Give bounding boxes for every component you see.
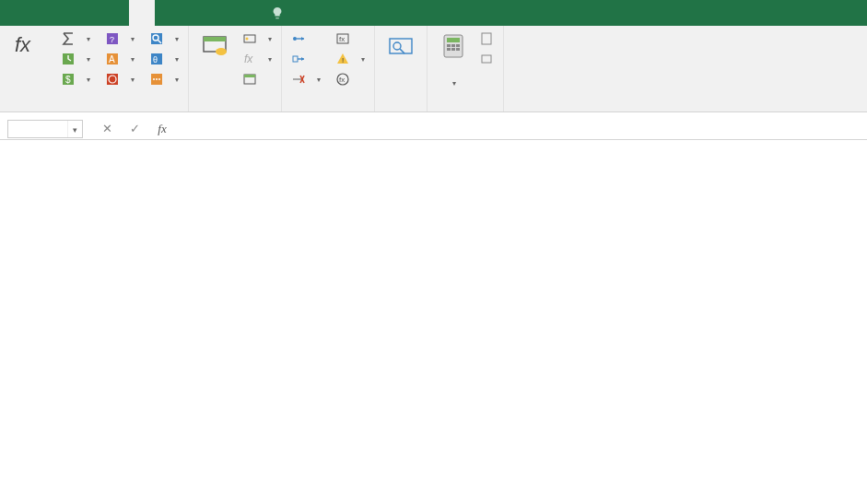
dropdown-arrow-icon: ▾: [317, 76, 321, 84]
svg-rect-20: [204, 37, 226, 41]
fx-icon: fx: [11, 31, 41, 61]
calc-now-button[interactable]: [475, 29, 498, 48]
svg-rect-26: [244, 75, 255, 77]
tab-layout[interactable]: [103, 0, 129, 26]
dropdown-arrow-icon: ▾: [268, 35, 272, 43]
lookup-icon: [149, 31, 164, 46]
evaluate-formula-button[interactable]: fx: [332, 70, 369, 88]
name-box-dropdown[interactable]: ▾: [67, 121, 82, 137]
more-icon: [149, 72, 164, 87]
text-button[interactable]: A ▾: [101, 50, 138, 68]
calc-sheet-icon: [479, 52, 494, 66]
remove-arrows-icon: [291, 72, 306, 87]
tab-formulas[interactable]: [129, 0, 155, 26]
svg-point-23: [246, 38, 249, 41]
ribbon-tabs: [0, 0, 867, 26]
trace-precedents-button[interactable]: [287, 29, 324, 48]
svg-rect-54: [482, 55, 491, 63]
dropdown-arrow-icon: ▾: [131, 76, 135, 84]
mathtrig-icon: θ: [149, 52, 164, 66]
watch-window-button[interactable]: [381, 28, 421, 64]
svg-text:θ: θ: [153, 55, 158, 64]
svg-point-17: [156, 78, 158, 80]
svg-rect-52: [456, 48, 460, 51]
svg-text:fx: fx: [339, 76, 345, 84]
use-in-formula-button[interactable]: fx ▾: [239, 50, 275, 68]
define-name-button[interactable]: ▾: [239, 29, 275, 48]
more-functions-button[interactable]: ▾: [146, 70, 182, 88]
insert-function-button[interactable]: fx: [6, 28, 46, 64]
tab-home[interactable]: [26, 0, 52, 26]
autosum-button[interactable]: ▾: [57, 29, 94, 48]
cancel-formula-icon[interactable]: ✕: [100, 122, 114, 136]
error-check-icon: !: [335, 52, 350, 66]
svg-text:fx: fx: [244, 53, 253, 65]
dropdown-arrow-icon: ▾: [361, 55, 365, 64]
svg-rect-47: [447, 44, 451, 47]
formula-input[interactable]: [170, 120, 867, 138]
name-manager-icon: [200, 31, 229, 61]
tab-developer[interactable]: [232, 0, 258, 26]
datetime-button[interactable]: ▾: [101, 70, 138, 88]
tab-data[interactable]: [155, 0, 181, 26]
name-box-wrap: ▾: [7, 120, 83, 138]
lookup-button[interactable]: ▾: [146, 29, 182, 48]
svg-rect-53: [482, 33, 491, 44]
financial-button[interactable]: $ ▾: [57, 70, 94, 88]
calc-sheet-button[interactable]: [475, 50, 498, 68]
svg-point-27: [293, 37, 297, 41]
create-from-selection-icon: [242, 72, 257, 87]
name-box[interactable]: [8, 123, 67, 135]
group-label-library: [57, 97, 182, 111]
show-formulas-button[interactable]: fx: [332, 29, 369, 48]
insert-function-icon[interactable]: fx: [155, 122, 170, 136]
tell-me-search[interactable]: [258, 0, 289, 26]
trace-dependents-icon: [291, 52, 306, 66]
create-from-selection-button[interactable]: [239, 70, 275, 88]
dropdown-arrow-icon: ▾: [87, 35, 90, 43]
svg-line-44: [400, 49, 404, 53]
datetime-icon: [105, 72, 120, 87]
trace-dependents-button[interactable]: [287, 50, 324, 68]
group-label-calculation: [433, 97, 498, 111]
tab-insert[interactable]: [52, 0, 77, 26]
svg-text:fx: fx: [339, 35, 345, 43]
svg-rect-51: [451, 48, 455, 51]
logical-icon: ?: [105, 31, 120, 46]
recent-functions-button[interactable]: ▾: [57, 50, 94, 68]
text-icon: A: [105, 52, 120, 66]
error-checking-button[interactable]: ! ▾: [332, 50, 369, 68]
dropdown-arrow-icon: ▾: [452, 79, 456, 88]
logical-button[interactable]: ? ▾: [101, 29, 138, 48]
group-label-auditing: [287, 97, 369, 111]
bulb-icon: [271, 6, 284, 19]
tab-draw[interactable]: [77, 0, 103, 26]
watch-window-icon: [386, 31, 416, 61]
dropdown-arrow-icon: ▾: [131, 55, 135, 64]
calculation-options-button[interactable]: ▾: [433, 28, 474, 89]
name-manager-button[interactable]: [194, 28, 235, 64]
svg-point-18: [158, 78, 160, 80]
dropdown-arrow-icon: ▾: [175, 35, 179, 43]
svg-marker-29: [301, 37, 304, 41]
dropdown-arrow-icon: ▾: [87, 55, 90, 64]
tab-review[interactable]: [181, 0, 206, 26]
recent-icon: [61, 52, 76, 66]
use-in-formula-icon: fx: [242, 52, 257, 66]
svg-point-43: [393, 42, 401, 50]
svg-point-16: [153, 78, 155, 80]
remove-arrows-button[interactable]: ▾: [287, 70, 324, 88]
mathtrig-button[interactable]: θ ▾: [146, 50, 182, 68]
svg-rect-30: [293, 56, 298, 62]
svg-marker-32: [301, 57, 304, 61]
svg-text:?: ?: [110, 35, 114, 44]
svg-text:$: $: [65, 75, 71, 85]
evaluate-icon: fx: [335, 72, 350, 87]
tab-file[interactable]: [0, 0, 26, 26]
svg-rect-50: [447, 48, 451, 51]
dropdown-arrow-icon: ▾: [175, 55, 179, 64]
tab-view[interactable]: [206, 0, 232, 26]
svg-point-21: [216, 48, 227, 55]
svg-text:fx: fx: [15, 33, 31, 56]
enter-formula-icon[interactable]: ✓: [127, 122, 142, 136]
